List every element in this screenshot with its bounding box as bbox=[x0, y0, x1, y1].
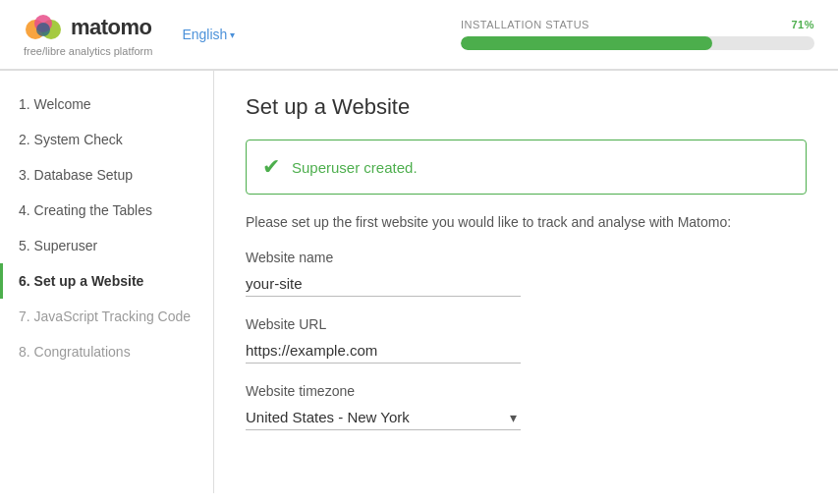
language-label: English bbox=[182, 27, 227, 42]
page-title: Set up a Website bbox=[246, 94, 807, 120]
progress-bar-fill bbox=[461, 36, 712, 50]
sidebar-item-creating-tables[interactable]: 4. Creating the Tables bbox=[0, 193, 213, 228]
installation-status: INSTALLATION STATUS 71% bbox=[461, 19, 814, 50]
description-text: Please set up the first website you woul… bbox=[246, 214, 807, 230]
website-url-label: Website URL bbox=[246, 316, 807, 332]
timezone-select-wrapper: United States - New York United States -… bbox=[246, 405, 521, 430]
website-url-group: Website URL bbox=[246, 316, 807, 364]
sidebar-item-js-tracking[interactable]: 7. JavaScript Tracking Code bbox=[0, 299, 213, 334]
website-name-input[interactable] bbox=[246, 271, 521, 297]
matomo-logo-icon bbox=[24, 12, 63, 43]
main-layout: 1. Welcome 2. System Check 3. Database S… bbox=[0, 71, 838, 493]
header: matomo free/libre analytics platform Eng… bbox=[0, 0, 838, 70]
website-name-group: Website name bbox=[246, 250, 807, 297]
website-timezone-select[interactable]: United States - New York United States -… bbox=[246, 405, 521, 430]
success-message: Superuser created. bbox=[292, 159, 418, 176]
logo-area: matomo free/libre analytics platform bbox=[24, 12, 152, 57]
sidebar-item-congratulations[interactable]: 8. Congratulations bbox=[0, 334, 213, 369]
website-name-label: Website name bbox=[246, 250, 807, 265]
sidebar-item-set-up-website[interactable]: 6. Set up a Website bbox=[0, 263, 213, 299]
language-arrow-icon: ▾ bbox=[230, 29, 235, 40]
status-label: INSTALLATION STATUS bbox=[461, 19, 589, 30]
sidebar-item-welcome[interactable]: 1. Welcome bbox=[0, 86, 213, 122]
success-checkmark-icon: ✔ bbox=[262, 154, 280, 180]
sidebar-item-database-setup[interactable]: 3. Database Setup bbox=[0, 157, 213, 193]
website-timezone-group: Website timezone United States - New Yor… bbox=[246, 383, 807, 430]
progress-bar-background bbox=[461, 36, 814, 50]
sidebar-item-system-check[interactable]: 2. System Check bbox=[0, 122, 213, 157]
header-middle: English ▾ bbox=[152, 27, 461, 42]
sidebar-item-superuser[interactable]: 5. Superuser bbox=[0, 228, 213, 263]
tagline: free/libre analytics platform bbox=[24, 45, 152, 57]
language-selector[interactable]: English ▾ bbox=[182, 27, 235, 42]
svg-point-3 bbox=[36, 23, 50, 36]
status-percent: 71% bbox=[791, 19, 814, 30]
success-box: ✔ Superuser created. bbox=[246, 140, 807, 195]
logo-text: matomo bbox=[71, 15, 152, 40]
website-url-input[interactable] bbox=[246, 338, 521, 364]
sidebar: 1. Welcome 2. System Check 3. Database S… bbox=[0, 71, 214, 493]
website-timezone-label: Website timezone bbox=[246, 383, 807, 399]
main-content: Set up a Website ✔ Superuser created. Pl… bbox=[214, 71, 838, 493]
